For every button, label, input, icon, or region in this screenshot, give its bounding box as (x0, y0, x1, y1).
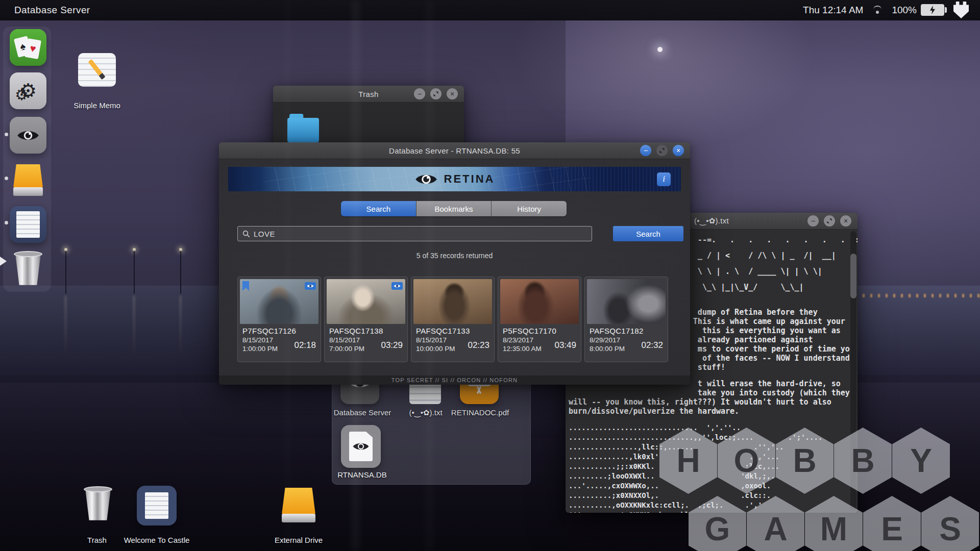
resize-icon (659, 147, 665, 154)
viewed-eye-icon (305, 282, 316, 290)
menubar-clock: Thu 12:14 AM (803, 5, 863, 16)
drive-top (282, 488, 315, 514)
record-id: PAFSQC17138 (327, 327, 405, 335)
resize-button[interactable] (430, 88, 442, 99)
resize-button[interactable] (824, 215, 835, 227)
desktop-icon-trash[interactable] (83, 486, 115, 524)
close-button[interactable]: × (673, 145, 684, 156)
record-thumbnail (500, 279, 579, 324)
record-id: P7FSQC17126 (240, 327, 318, 335)
retina-wordmark: RETINA (444, 172, 495, 186)
database-file-icon (349, 432, 373, 461)
desktop-icon-label: RTNANSA.DB (325, 470, 399, 479)
running-indicator (5, 177, 8, 180)
search-icon (242, 230, 250, 238)
gear-icon: ⚙ (15, 86, 29, 104)
dock-item-solitaire[interactable]: ♠ ♥ (10, 29, 46, 66)
info-button[interactable]: i (657, 172, 671, 186)
desktop-icon-label: External Drive (263, 536, 334, 544)
desktop-icon-label: Simple Memo (61, 101, 133, 110)
minimize-button[interactable]: − (640, 145, 651, 156)
notes-pad-icon (145, 492, 168, 519)
record-id: PAFSQC17182 (587, 327, 666, 335)
record-duration: 02:23 (468, 340, 489, 350)
running-indicator (5, 133, 8, 136)
resize-icon (826, 218, 832, 224)
trash-cup-icon (13, 251, 43, 286)
database-server-window: Database Server - RTNANSA.DB: 55 − × RET… (219, 142, 690, 385)
drive-base (282, 514, 315, 522)
dock-item-settings[interactable]: ⚙ ⚙ (10, 72, 46, 109)
tab-history[interactable]: History (492, 201, 567, 216)
trash-window-titlebar[interactable]: Trash − × (273, 86, 464, 103)
screen: Simple Memo Trash Welcome To Castle Exte… (0, 0, 980, 551)
tab-search[interactable]: Search (341, 201, 416, 216)
desktop-icon-label: RETINADOC.pdf (443, 408, 517, 417)
memo-icon (78, 53, 116, 87)
dock-item-trash[interactable] (10, 250, 46, 287)
minimize-button[interactable]: − (807, 215, 819, 227)
trash-folder-icon[interactable] (287, 114, 319, 142)
record-duration: 02:32 (641, 340, 663, 350)
record-thumbnail (413, 279, 492, 324)
pencil-icon (88, 59, 105, 80)
heart-card-icon: ♥ (24, 38, 41, 59)
trash-window-title: Trash (358, 90, 378, 98)
results-status: 5 of 35 records returned (219, 252, 690, 260)
castle-shield-logo[interactable] (953, 2, 969, 18)
dock-item-retina[interactable] (10, 117, 46, 154)
search-button[interactable]: Search (613, 226, 683, 241)
record-duration: 03:49 (554, 340, 576, 350)
trash-cup-icon (83, 489, 113, 521)
minimize-button[interactable]: − (414, 88, 425, 99)
record-id: P5FSQC17170 (500, 327, 579, 335)
retina-banner: RETINA i (228, 167, 681, 191)
battery-status: 100% (892, 4, 944, 16)
menubar-app-name[interactable]: Database Server (14, 5, 90, 16)
distant-city-lights (863, 294, 980, 297)
notes-pad-icon (16, 211, 40, 238)
running-indicator (5, 221, 8, 224)
eye-icon (352, 441, 370, 452)
record-card[interactable]: PAFSQC17138 8/15/2017 7:00:00 PM 03:29 (324, 277, 408, 362)
search-query-text: LOVE (254, 230, 275, 238)
close-button[interactable]: × (447, 88, 458, 99)
db-window-title: Database Server - RTNANSA.DB: 55 (389, 146, 520, 155)
battery-icon (921, 4, 944, 16)
eye-icon (16, 129, 40, 142)
desktop-icon-simple-memo[interactable] (78, 53, 116, 87)
hotspot-icon[interactable] (872, 6, 883, 14)
desktop-icon-rtnansa-db[interactable] (341, 425, 381, 468)
ascii-art-eye: .............................. ','.''.. … (569, 423, 822, 513)
desktop-icon-external-drive[interactable] (282, 488, 315, 524)
resize-icon (433, 91, 439, 97)
scrollbar-thumb[interactable] (850, 254, 856, 298)
dock-item-memo[interactable] (10, 206, 46, 243)
resize-button[interactable] (656, 145, 668, 156)
dock-item-external-drive[interactable] (10, 162, 46, 199)
close-button[interactable]: × (840, 215, 851, 227)
db-window-titlebar[interactable]: Database Server - RTNANSA.DB: 55 − × (219, 142, 690, 159)
tab-bookmarks[interactable]: Bookmarks (416, 201, 492, 216)
dock: ♠ ♥ ⚙ ⚙ (3, 27, 51, 292)
search-row: LOVE Search (237, 226, 680, 241)
classification-footer: TOP SECRET // SI // ORCON // NOFORN (219, 375, 690, 385)
moon-glow (657, 47, 663, 52)
dock-arrow-indicator[interactable] (0, 257, 7, 266)
record-list: P7FSQC17126 8/15/2017 1:00:00 PM 02:18 P… (237, 277, 669, 362)
record-card[interactable]: P5FSQC17170 8/23/2017 12:35:00 AM 03:49 (498, 277, 581, 362)
record-card[interactable]: PAFSQC17182 8/29/2017 8:00:00 PM 02:32 (584, 277, 668, 362)
battery-percent: 100% (892, 5, 917, 16)
desktop-icon-welcome-to-castle[interactable] (137, 486, 177, 525)
viewed-eye-icon (391, 282, 403, 290)
external-drive-icon (282, 488, 315, 524)
search-input[interactable]: LOVE (237, 226, 592, 241)
trash-cup-rim (84, 486, 112, 492)
record-duration: 03:29 (381, 340, 403, 350)
record-thumbnail (587, 279, 666, 324)
external-drive-icon (13, 164, 43, 197)
text-window-title: (•‿•✿).txt (694, 216, 729, 226)
record-card[interactable]: PAFSQC17133 8/15/2017 10:00:00 PM 02:23 (411, 277, 495, 362)
bookmark-icon (242, 281, 249, 291)
record-card[interactable]: P7FSQC17126 8/15/2017 1:00:00 PM 02:18 (237, 277, 321, 362)
